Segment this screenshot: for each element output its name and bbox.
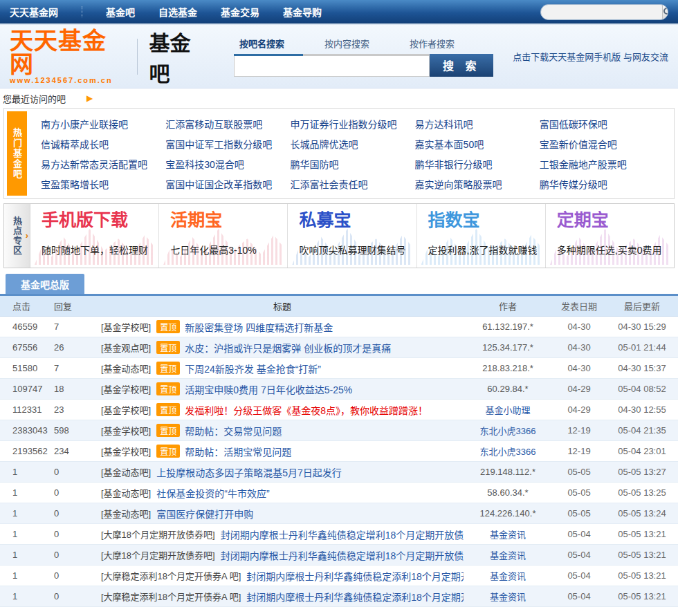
fund-bar-link[interactable]: 宝盈策略增长吧: [41, 177, 165, 191]
post-title-link[interactable]: 水皮：沪指或许只是烟雾弹 创业板的顶才是真痛: [185, 341, 391, 355]
fund-bar-link[interactable]: 易方达新常态灵活配置吧: [41, 157, 165, 171]
replies-count: 23: [54, 404, 101, 415]
clicks-count: 112331: [0, 404, 54, 415]
bar-name[interactable]: [基金学校吧]: [101, 445, 151, 458]
bar-name[interactable]: [大摩稳定添利18个月定开债券A 吧]: [101, 590, 241, 603]
promo-card-mobile-download[interactable]: 手机版下载 随时随地下单，轻松理财: [30, 204, 159, 268]
hot-zone-label: 热点专区: [10, 216, 24, 255]
search-button[interactable]: 搜 索: [430, 54, 493, 77]
table-row: 1 0 [基金动态吧]社保基金投资的“牛市效应” 58.60.34.* 05-0…: [0, 483, 678, 503]
bar-name[interactable]: [基金观点吧]: [101, 341, 151, 354]
fund-bar-link[interactable]: 南方小康产业联接吧: [41, 117, 165, 131]
promo-card-dingqibao[interactable]: 定期宝 多种期限任选,买卖0费用: [546, 204, 674, 268]
chevron-right-icon: ›: [26, 230, 28, 241]
post-title-link[interactable]: 封闭期内摩根士丹利华鑫纯债稳定添利18个月定期开放债券型: [246, 590, 464, 604]
post-date: 04-29: [552, 384, 606, 394]
pinned-badge: 置顶: [156, 424, 180, 437]
bar-name[interactable]: [基金学校吧]: [101, 320, 151, 333]
fund-bar-link[interactable]: 申万证券行业指数分级吧: [290, 117, 414, 131]
replies-count: 0: [54, 591, 101, 601]
post-title-link[interactable]: 发福利啦！分级王做客《基金夜8点》，教你收益蹭蹭涨！: [185, 403, 428, 417]
nav-item-home[interactable]: 天天基金网: [10, 5, 58, 19]
download-mobile-link[interactable]: 点击下载天天基金网手机版: [513, 52, 621, 62]
fund-bar-link[interactable]: 富国中证国企改革指数吧: [165, 177, 290, 191]
nav-item-trade[interactable]: 基金交易: [221, 5, 259, 19]
author-link[interactable]: 基金资讯: [490, 530, 526, 540]
bar-name[interactable]: [基金学校吧]: [101, 382, 151, 395]
clicks-count: 109747: [0, 384, 54, 394]
author-link[interactable]: 基金资讯: [490, 571, 526, 581]
author-link[interactable]: 基金资讯: [490, 592, 526, 602]
post-title-link[interactable]: 活期宝申赎0费用 7日年化收益达5-25%: [185, 382, 352, 396]
chat-with-users-link[interactable]: 与网友交流: [623, 52, 668, 62]
last-updated: 04-30 15:37: [606, 363, 678, 373]
tab-search-by-content[interactable]: 按内容搜索: [319, 37, 375, 54]
nav-item-guide[interactable]: 基金导购: [283, 5, 322, 19]
fund-bar-link[interactable]: 鹏华非银行分级吧: [415, 157, 540, 171]
fund-bar-link[interactable]: 汇添富移动互联股票吧: [165, 117, 290, 131]
post-title-link[interactable]: 帮助帖：交易常见问题: [185, 424, 282, 438]
post-title-link[interactable]: 封闭期内摩根士丹利华鑫纯债稳定添利18个月定期开放债券型: [246, 569, 464, 583]
fund-bar-link[interactable]: 宝盈新价值混合吧: [540, 137, 664, 151]
post-title-link[interactable]: 社保基金投资的“牛市效应”: [156, 486, 269, 500]
bar-name[interactable]: [基金动态吧]: [101, 362, 151, 375]
fund-bar-link[interactable]: 易方达科讯吧: [415, 117, 540, 131]
bar-name[interactable]: [大摩18个月定期开放债券吧]: [101, 528, 215, 541]
bar-name[interactable]: [基金动态吧]: [101, 507, 151, 520]
fund-bar-link[interactable]: 汇添富社会责任吧: [290, 177, 414, 191]
author-link[interactable]: 东北小虎3366: [480, 426, 536, 436]
fund-bar-link[interactable]: 嘉实逆向策略股票吧: [415, 177, 540, 191]
last-updated: 04-30 15:29: [606, 321, 678, 332]
tab-search-by-author[interactable]: 按作者搜索: [404, 37, 460, 54]
post-title-link[interactable]: 新股密集登场 四维度精选打新基金: [185, 320, 333, 334]
post-title-link[interactable]: 封闭期内摩根士丹利华鑫纯债稳定增利18个月定期开放债券型证券投: [221, 528, 464, 541]
promo-card-zhishubao[interactable]: 指数宝 定投利器,涨了指数就赚钱: [417, 204, 546, 268]
bar-name[interactable]: [基金学校吧]: [101, 403, 151, 416]
bar-name[interactable]: [大摩稳定添利18个月定开债券A 吧]: [101, 569, 241, 582]
fund-bar-link[interactable]: 富国低碳环保吧: [540, 117, 664, 131]
header-links: 点击下载天天基金网手机版 与网友交流: [513, 50, 668, 63]
promo-card-simubao[interactable]: 私募宝 吹响顶尖私募理财集结号: [288, 204, 416, 268]
last-updated: 05-05 13:27: [606, 467, 678, 477]
tab-search-by-bar[interactable]: 按吧名搜索: [234, 37, 290, 54]
promo-card-huoqibao[interactable]: 活期宝 七日年化最高3-10%: [159, 204, 288, 268]
fund-bar-link[interactable]: 富国中证军工指数分级吧: [165, 137, 290, 151]
post-title-link[interactable]: 封闭期内摩根士丹利华鑫纯债稳定增利18个月定期开放债券型证券投: [221, 548, 464, 562]
clicks-count: 1: [0, 570, 54, 581]
post-title-link[interactable]: 上投摩根动态多因子策略混基5月7日起发行: [156, 465, 342, 479]
fund-bar-link[interactable]: 嘉实基本面50吧: [415, 137, 540, 151]
bar-name[interactable]: [大摩18个月定期开放债券吧]: [101, 548, 215, 561]
author-link[interactable]: 东北小虎3366: [480, 447, 536, 457]
table-row: 109747 18 [基金学校吧]置顶活期宝申赎0费用 7日年化收益达5-25%…: [0, 379, 678, 400]
search-icon[interactable]: [662, 4, 668, 20]
replies-count: 0: [54, 467, 101, 477]
post-title-link[interactable]: 富国医疗保健打开申购: [156, 507, 253, 521]
site-logo[interactable]: 天天基金网 www.1234567.com.cn: [10, 29, 126, 84]
bar-name[interactable]: [基金动态吧]: [101, 486, 151, 499]
post-title-link[interactable]: 下周24新股齐发 基金抢食“打新”: [185, 362, 321, 375]
author: 124.226.140.*: [464, 508, 552, 519]
nav-search-box[interactable]: [540, 4, 668, 20]
fund-bar-link[interactable]: 长城品牌优选吧: [290, 137, 414, 151]
forum-search-input[interactable]: [234, 56, 430, 77]
pinned-badge: 置顶: [156, 382, 180, 395]
hot-zone-side: 热点专区 ›: [4, 204, 30, 268]
author: 218.83.218.*: [464, 363, 552, 373]
table-body: 46559 7 [基金学校吧]置顶新股密集登场 四维度精选打新基金 61.132…: [0, 317, 678, 607]
fund-bar-link[interactable]: 信诚精萃成长吧: [41, 137, 165, 151]
author-link[interactable]: 基金资讯: [490, 550, 526, 561]
fund-bar-link[interactable]: 鹏华传媒分级吧: [540, 177, 664, 191]
fund-bar-link[interactable]: 鹏华国防吧: [290, 157, 414, 171]
tab-forum-main[interactable]: 基金吧总版: [6, 274, 84, 294]
post-title-link[interactable]: 帮助帖：活期宝常见问题: [185, 445, 291, 458]
fund-bar-link[interactable]: 工银金融地产股票吧: [540, 157, 664, 171]
author-link[interactable]: 基金小助理: [485, 405, 530, 416]
clicks-count: 46559: [0, 321, 54, 332]
replies-count: 26: [54, 342, 101, 353]
bar-name[interactable]: [基金动态吧]: [101, 465, 151, 478]
nav-item-fund-bar[interactable]: 基金吧: [106, 5, 135, 19]
fund-bar-link[interactable]: 宝盈科技30混合吧: [165, 157, 290, 171]
bar-name[interactable]: [基金学校吧]: [101, 424, 151, 437]
nav-item-watchlist[interactable]: 自选基金: [158, 5, 197, 19]
nav-search-input[interactable]: [541, 7, 662, 17]
